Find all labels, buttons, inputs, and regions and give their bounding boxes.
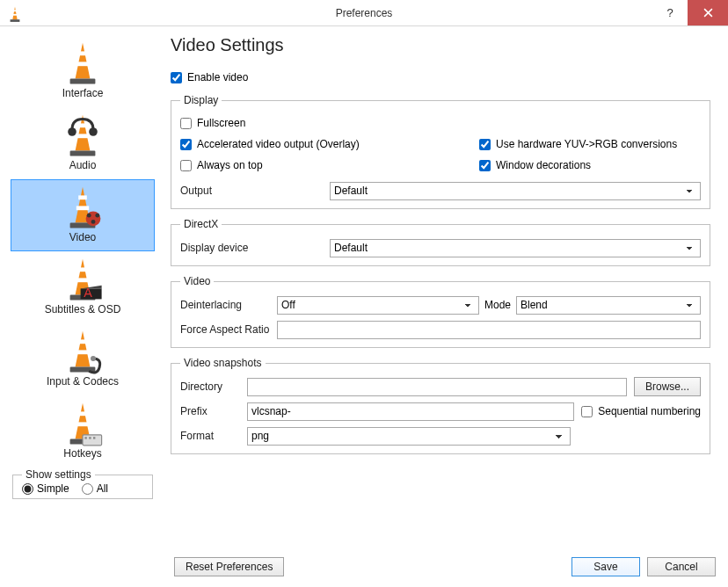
svg-rect-8 (70, 151, 96, 156)
page-title: Video Settings (171, 35, 710, 55)
svg-rect-7 (76, 134, 89, 139)
svg-rect-28 (76, 423, 89, 427)
deinterlacing-label: Deinterlacing (180, 299, 277, 311)
always-on-top-checkbox[interactable] (180, 160, 192, 171)
cone-icon (62, 43, 104, 85)
svg-rect-18 (78, 268, 87, 272)
format-label: Format (180, 430, 247, 442)
svg-point-16 (95, 214, 99, 218)
enable-video-label: Enable video (187, 71, 248, 83)
sidebar-item-label: Audio (69, 159, 97, 171)
display-legend: Display (180, 94, 222, 106)
directx-group: DirectX Display device Default (171, 218, 710, 266)
svg-rect-19 (76, 279, 89, 283)
display-device-label: Display device (180, 242, 330, 254)
svg-rect-4 (76, 62, 89, 67)
mode-select[interactable]: Blend (516, 296, 701, 315)
aspect-ratio-input[interactable] (277, 321, 701, 339)
mode-label: Mode (479, 299, 516, 311)
fullscreen-checkbox[interactable] (180, 118, 192, 129)
close-button[interactable] (688, 0, 728, 25)
svg-rect-30 (83, 435, 102, 446)
svg-point-15 (87, 214, 91, 218)
prefix-input[interactable] (247, 402, 574, 421)
button-bar: Reset Preferences Save Cancel (0, 547, 728, 580)
svg-rect-2 (11, 19, 20, 22)
accelerated-checkbox[interactable] (180, 139, 192, 150)
svg-rect-5 (70, 79, 96, 84)
window-title: Preferences (336, 7, 393, 19)
sidebar-item-label: Input & Codecs (47, 375, 119, 388)
cone-headphones-icon (62, 115, 104, 157)
sidebar-item-label: Video (69, 231, 96, 243)
aspect-ratio-label: Force Aspect Ratio (180, 323, 277, 336)
svg-rect-6 (78, 124, 87, 128)
cone-clapboard-icon: A (62, 259, 104, 301)
sidebar-item-video[interactable]: Video (11, 179, 155, 251)
sequential-checkbox[interactable] (581, 406, 593, 417)
hw-yuv-checkbox[interactable] (479, 139, 491, 150)
show-settings-legend: Show settings (22, 468, 95, 481)
display-device-select[interactable]: Default (330, 239, 701, 257)
svg-rect-27 (78, 412, 87, 417)
display-group: Display Fullscreen Accelerated video out… (171, 94, 710, 209)
svg-point-17 (91, 220, 96, 224)
category-sidebar: Interface Audio Video A Subtitles & OSD … (11, 35, 155, 547)
accelerated-label: Accelerated video output (Overlay) (197, 138, 360, 150)
browse-button[interactable]: Browse... (634, 377, 701, 396)
reset-button[interactable]: Reset Preferences (174, 557, 284, 576)
app-icon (7, 5, 23, 21)
svg-rect-12 (76, 207, 89, 211)
svg-rect-1 (12, 13, 17, 15)
directory-input[interactable] (247, 378, 627, 396)
sidebar-item-label: Interface (62, 87, 104, 99)
svg-point-26 (91, 356, 96, 361)
svg-rect-32 (89, 437, 91, 438)
svg-point-10 (89, 127, 98, 136)
video-legend: Video (180, 275, 214, 287)
cone-cable-icon (62, 331, 104, 373)
fullscreen-label: Fullscreen (197, 117, 245, 129)
svg-rect-33 (93, 437, 95, 438)
sidebar-item-input-codecs[interactable]: Input & Codecs (11, 323, 155, 395)
help-button[interactable]: ? (652, 0, 688, 25)
sidebar-item-audio[interactable]: Audio (11, 107, 155, 179)
hw-yuv-label: Use hardware YUV->RGB conversions (496, 138, 677, 150)
svg-point-9 (68, 127, 76, 136)
enable-video-checkbox[interactable] (171, 72, 182, 83)
svg-rect-24 (76, 351, 89, 355)
show-settings-group: Show settings Simple All (12, 475, 153, 499)
output-label: Output (180, 185, 330, 197)
cone-keyboard-icon (62, 403, 104, 446)
sidebar-item-subtitles[interactable]: A Subtitles & OSD (11, 251, 155, 323)
svg-rect-31 (84, 437, 86, 438)
sidebar-item-hotkeys[interactable]: Hotkeys (11, 395, 155, 467)
sidebar-item-interface[interactable]: Interface (11, 35, 155, 107)
directx-legend: DirectX (180, 218, 222, 230)
radio-simple[interactable]: Simple (22, 482, 69, 495)
svg-rect-3 (78, 52, 87, 56)
cone-film-icon (62, 187, 104, 229)
snapshots-group: Video snapshots Directory Browse... Pref… (171, 357, 710, 454)
prefix-label: Prefix (180, 405, 247, 417)
title-bar: Preferences ? (0, 0, 728, 26)
output-select[interactable]: Default (330, 182, 701, 200)
svg-text:A: A (84, 286, 92, 300)
window-decorations-label: Window decorations (496, 159, 591, 171)
close-icon (703, 8, 713, 18)
window-decorations-checkbox[interactable] (479, 160, 491, 171)
save-button[interactable]: Save (571, 557, 640, 576)
settings-panel: Video Settings Enable video Display Full… (155, 35, 717, 547)
snapshots-legend: Video snapshots (180, 357, 266, 369)
radio-all[interactable]: All (82, 482, 108, 495)
directory-label: Directory (180, 380, 247, 393)
format-select[interactable]: png (247, 427, 571, 446)
sidebar-item-label: Hotkeys (63, 447, 101, 460)
video-group: Video Deinterlacing Off Mode Blend Force… (171, 275, 710, 348)
deinterlacing-select[interactable]: Off (277, 296, 479, 315)
sidebar-item-label: Subtitles & OSD (45, 303, 121, 315)
svg-rect-23 (78, 340, 87, 344)
sequential-label: Sequential numbering (598, 405, 701, 417)
svg-rect-0 (13, 10, 17, 11)
cancel-button[interactable]: Cancel (647, 557, 716, 576)
